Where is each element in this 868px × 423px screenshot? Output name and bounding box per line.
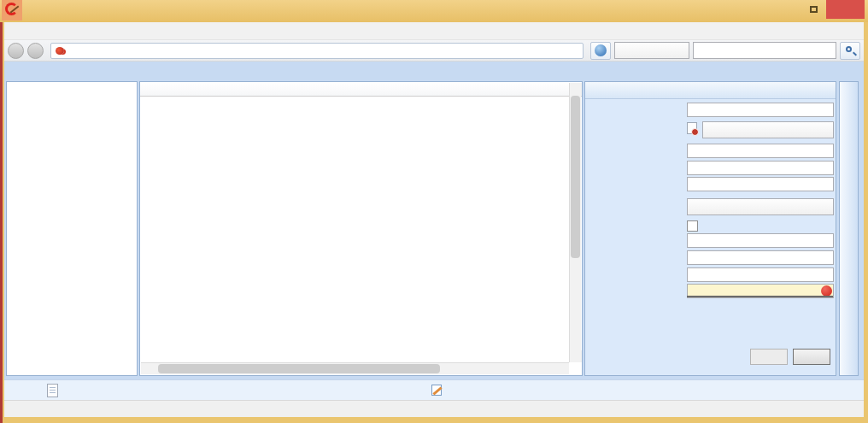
paid-checkbox[interactable] xyxy=(687,220,698,232)
forward-button[interactable] xyxy=(27,43,44,59)
add-remove-properties-label xyxy=(589,318,684,328)
scroll-down-icon[interactable] xyxy=(570,350,582,362)
network-button[interactable] xyxy=(590,42,611,60)
type-select[interactable] xyxy=(702,121,834,138)
name-field[interactable] xyxy=(687,103,834,117)
document-icon xyxy=(47,384,58,397)
search-scope-select[interactable] xyxy=(614,42,689,59)
search-icon xyxy=(846,46,852,52)
cancel-button[interactable] xyxy=(793,349,830,365)
close-button[interactable] xyxy=(826,0,865,19)
search-button[interactable] xyxy=(840,42,860,60)
search-input[interactable] xyxy=(693,42,836,59)
metadata-panel-header xyxy=(585,82,836,99)
supplier-name-field[interactable] xyxy=(687,250,834,265)
workspace xyxy=(4,79,864,379)
title-bar xyxy=(0,0,868,22)
scroll-up-icon[interactable] xyxy=(570,83,582,95)
document-grid xyxy=(139,81,583,376)
breadcrumb xyxy=(50,43,584,59)
author-field[interactable] xyxy=(687,177,834,191)
preview-tab[interactable] xyxy=(839,81,859,376)
minimize-button[interactable] xyxy=(777,0,801,19)
application-window xyxy=(0,0,868,423)
client-area xyxy=(4,22,864,417)
scroll-left-icon[interactable] xyxy=(141,363,153,375)
description-field[interactable] xyxy=(687,161,834,175)
tab-strip xyxy=(4,62,864,79)
invoice-reference-field[interactable] xyxy=(687,233,834,248)
horizontal-scroll-thumb[interactable] xyxy=(158,364,440,373)
save-button[interactable] xyxy=(750,349,788,365)
app-logo-icon[interactable] xyxy=(2,0,22,21)
metadata-panel xyxy=(584,81,836,376)
globe-icon xyxy=(595,44,607,56)
scroll-right-icon[interactable] xyxy=(557,363,569,375)
edit-metadata-icon xyxy=(431,385,442,396)
maximize-icon xyxy=(810,6,818,13)
folder-tree xyxy=(6,81,138,376)
edit-metadata-link[interactable] xyxy=(431,385,447,396)
document-type-icon xyxy=(687,122,697,134)
menu-bar xyxy=(4,22,864,40)
grid-header xyxy=(140,82,582,97)
vertical-scrollbar[interactable] xyxy=(569,83,581,362)
breadcrumb-root-icon xyxy=(56,47,64,55)
toolbar xyxy=(4,40,864,62)
horizontal-scrollbar[interactable] xyxy=(141,362,569,374)
title-field[interactable] xyxy=(687,144,834,158)
task-order-reference-field[interactable] xyxy=(687,267,834,282)
info-bar xyxy=(4,379,864,400)
customer-suggestions-dropdown xyxy=(687,296,833,297)
status-bar xyxy=(4,400,864,417)
maximize-button[interactable] xyxy=(801,0,826,19)
categories-select[interactable] xyxy=(687,198,834,215)
back-button[interactable] xyxy=(8,43,24,59)
vertical-scroll-thumb[interactable] xyxy=(571,96,580,258)
